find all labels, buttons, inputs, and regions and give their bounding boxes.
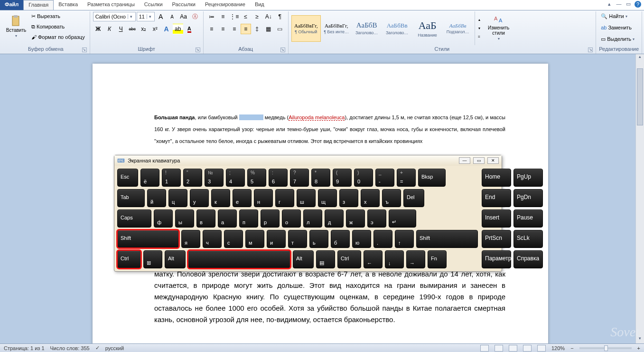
status-language[interactable]: русский xyxy=(105,345,124,351)
zoom-out-button[interactable]: − xyxy=(570,345,573,351)
key-ц[interactable]: ц xyxy=(168,189,187,207)
key-5[interactable]: %5 xyxy=(247,169,266,187)
multilevel-button[interactable]: ⋮≡ xyxy=(229,11,240,22)
key-т[interactable]: т xyxy=(288,230,307,248)
key-Ctrl[interactable]: Ctrl xyxy=(337,250,361,268)
key-←[interactable]: ← xyxy=(364,250,383,268)
key-ь[interactable]: ь xyxy=(309,230,328,248)
key-Справка[interactable]: Справка xyxy=(513,250,543,268)
shading-button[interactable]: ▦ xyxy=(263,24,274,34)
numbering-button[interactable]: ≡ xyxy=(218,11,228,22)
italic-button[interactable]: К xyxy=(104,24,115,34)
justify-button[interactable]: ≡ xyxy=(241,24,251,34)
key-↑[interactable]: ↑ xyxy=(395,230,414,248)
key-3[interactable]: №3 xyxy=(205,169,224,187)
tab-mailings[interactable]: Рассылки xyxy=(168,0,200,10)
key-с[interactable]: с xyxy=(224,230,243,248)
key-Insert[interactable]: Insert xyxy=(482,209,511,228)
tab-layout[interactable]: Разметка страницы xyxy=(83,0,140,10)
key-↓[interactable]: ↓ xyxy=(385,250,404,268)
help-icon[interactable]: ? xyxy=(635,1,641,8)
paste-button[interactable]: Вставить ▾ xyxy=(5,11,28,42)
key-PgUp[interactable]: PgUp xyxy=(513,169,543,187)
status-words[interactable]: Число слов: 355 xyxy=(50,345,90,351)
key-й[interactable]: й xyxy=(147,189,166,207)
key-Caps[interactable]: Caps xyxy=(117,209,151,228)
key-я[interactable]: я xyxy=(181,230,200,248)
key-е[interactable]: е xyxy=(233,189,252,207)
key-ы[interactable]: ы xyxy=(175,209,194,228)
increase-indent-button[interactable]: ≥ xyxy=(252,11,262,22)
highlight-button[interactable]: ab xyxy=(173,24,183,34)
key-4[interactable]: ;4 xyxy=(226,169,245,187)
key-8[interactable]: *8 xyxy=(311,169,330,187)
key-Fn[interactable]: Fn xyxy=(428,250,447,268)
key-0[interactable]: )0 xyxy=(354,169,373,187)
grow-font-button[interactable]: A xyxy=(156,11,166,22)
key-6[interactable]: :6 xyxy=(269,169,288,187)
key-х[interactable]: х xyxy=(361,189,380,207)
key-щ[interactable]: щ xyxy=(318,189,337,207)
replace-button[interactable]: abЗаменить xyxy=(599,23,639,32)
key-Alt[interactable]: Alt xyxy=(165,250,186,268)
change-styles-button[interactable]: AA Изменить стили ▾ xyxy=(485,11,513,42)
superscript-button[interactable]: x² xyxy=(150,24,160,34)
key-з[interactable]: з xyxy=(339,189,358,207)
key-space[interactable] xyxy=(188,250,290,268)
style-row-down[interactable]: ▾ xyxy=(476,25,483,32)
tab-review[interactable]: Рецензирование xyxy=(200,0,250,10)
osk-minimize-icon[interactable]: — xyxy=(459,157,470,164)
line-spacing-button[interactable]: ‡ xyxy=(252,24,262,34)
key-↵[interactable]: ↵ xyxy=(389,209,416,228)
scroll-thumb[interactable] xyxy=(637,68,643,125)
key-End[interactable]: End xyxy=(482,189,511,207)
minimize-icon[interactable]: — xyxy=(616,1,622,9)
bullets-button[interactable]: ≔ xyxy=(206,11,217,22)
key-р[interactable]: р xyxy=(261,209,280,228)
underline-button[interactable]: Ч xyxy=(116,24,126,34)
align-left-button[interactable]: ≡ xyxy=(206,24,217,34)
style-chip-1[interactable]: АаБбВвГг,¶ Без инте… xyxy=(322,15,351,42)
style-row-up[interactable]: ▴ xyxy=(476,16,483,24)
tab-references[interactable]: Ссылки xyxy=(140,0,168,10)
key-н[interactable]: н xyxy=(254,189,273,207)
key-и[interactable]: и xyxy=(267,230,286,248)
key-ScLk[interactable]: ScLk xyxy=(513,230,543,248)
key-Ctrl[interactable]: Ctrl xyxy=(117,250,141,268)
view-draft-button[interactable] xyxy=(537,345,546,352)
key-э[interactable]: э xyxy=(367,209,386,228)
key-2[interactable]: "2 xyxy=(183,169,202,187)
key-д[interactable]: д xyxy=(325,209,344,228)
text-effects-button[interactable]: A xyxy=(161,24,172,34)
change-case-button[interactable]: Aa xyxy=(178,11,189,22)
font-size-combo[interactable]: 11▾ xyxy=(137,12,155,21)
strike-button[interactable]: abc xyxy=(127,24,138,34)
clear-format-button[interactable]: Ⓐ xyxy=(190,11,200,22)
style-chip-2[interactable]: АаБбВЗаголово… xyxy=(352,15,382,42)
key-Shift[interactable]: Shift xyxy=(416,230,478,248)
borders-button[interactable]: ▭ xyxy=(275,24,285,34)
zoom-knob[interactable] xyxy=(604,345,608,351)
key-б[interactable]: б xyxy=(331,230,350,248)
scroll-down-icon[interactable]: ▾ xyxy=(636,336,644,343)
document-text[interactable]: Большая панда, или бамбуковый медведь (A… xyxy=(154,111,505,147)
restore-icon[interactable]: ▭ xyxy=(625,1,632,9)
key-Shift[interactable]: Shift xyxy=(117,230,179,248)
cut-button[interactable]: ✂Вырезать xyxy=(29,11,87,21)
key-Esc[interactable]: Esc xyxy=(117,169,138,187)
tab-home[interactable]: Главная xyxy=(23,0,54,10)
key-PgDn[interactable]: PgDn xyxy=(513,189,543,207)
key-ё[interactable]: ё xyxy=(140,169,159,187)
key-ъ[interactable]: ъ xyxy=(382,189,401,207)
key-PrtScn[interactable]: PrtScn xyxy=(482,230,511,248)
style-chip-0[interactable]: АаБбВвГг,¶ Обычный xyxy=(291,15,321,42)
key-Home[interactable]: Home xyxy=(482,169,511,187)
key-⊞[interactable]: ⊞ xyxy=(143,250,162,268)
zoom-in-button[interactable]: + xyxy=(637,345,640,351)
key-г[interactable]: г xyxy=(275,189,294,207)
view-outline-button[interactable] xyxy=(523,345,532,352)
key-Bksp[interactable]: Bksp xyxy=(418,169,446,187)
vertical-scrollbar[interactable]: ▴ ▾ xyxy=(635,54,644,343)
key-м[interactable]: м xyxy=(245,230,264,248)
osk-close-icon[interactable]: ✕ xyxy=(487,157,499,164)
